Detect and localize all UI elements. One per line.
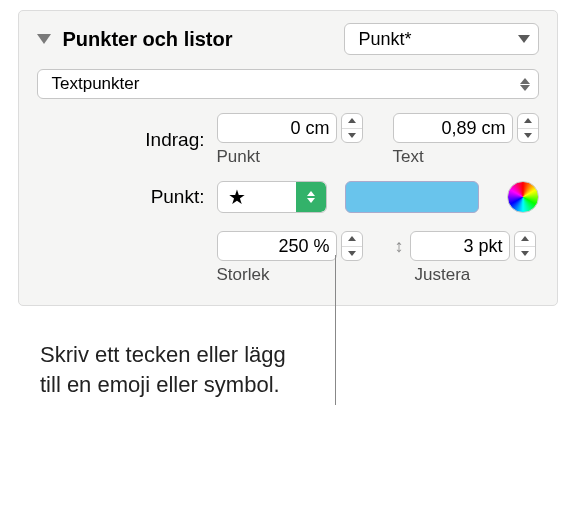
bullet-indent-field[interactable] xyxy=(218,118,336,139)
align-stepper[interactable] xyxy=(514,231,536,261)
bullet-type-popup[interactable]: Textpunkter xyxy=(37,69,539,99)
section-title: Punkter och listor xyxy=(63,28,334,51)
chevron-down-icon[interactable] xyxy=(37,34,51,44)
caption: Skriv ett tecken eller lägg till en emoj… xyxy=(40,340,420,399)
size-sublabel: Storlek xyxy=(217,265,363,285)
text-indent-field[interactable] xyxy=(394,118,512,139)
color-wheel-icon[interactable] xyxy=(507,181,539,213)
align-sublabel: Justera xyxy=(415,265,536,285)
bullet-label: Punkt: xyxy=(37,186,217,208)
section-header: Punkter och listor Punkt* xyxy=(37,23,539,55)
bullet-type-value: Textpunkter xyxy=(52,74,140,94)
bullets-panel: Punkter och listor Punkt* Textpunkter In… xyxy=(18,10,558,306)
bullet-indent-stepper[interactable] xyxy=(341,113,363,143)
list-style-popup[interactable]: Punkt* xyxy=(344,23,539,55)
bullet-row: Punkt: ★ xyxy=(37,181,539,213)
chevron-down-icon xyxy=(518,35,530,43)
text-indent-sublabel: Text xyxy=(393,147,539,167)
bullet-indent-sublabel: Punkt xyxy=(217,147,363,167)
align-field[interactable] xyxy=(411,236,509,257)
updown-icon xyxy=(520,78,530,91)
bullet-symbol: ★ xyxy=(218,185,296,209)
bullet-symbol-popup[interactable]: ★ xyxy=(217,181,327,213)
list-style-value: Punkt* xyxy=(359,29,412,50)
bullet-symbol-trigger[interactable] xyxy=(296,182,326,212)
vertical-align-icon: ↕ xyxy=(395,236,404,257)
size-align-row: Storlek ↕ Justera xyxy=(37,231,539,285)
text-indent-stepper[interactable] xyxy=(517,113,539,143)
indent-label: Indrag: xyxy=(37,129,217,151)
size-stepper[interactable] xyxy=(341,231,363,261)
bullet-color-swatch[interactable] xyxy=(345,181,479,213)
size-field[interactable] xyxy=(218,236,336,257)
indent-row: Indrag: Punkt xyxy=(37,113,539,167)
